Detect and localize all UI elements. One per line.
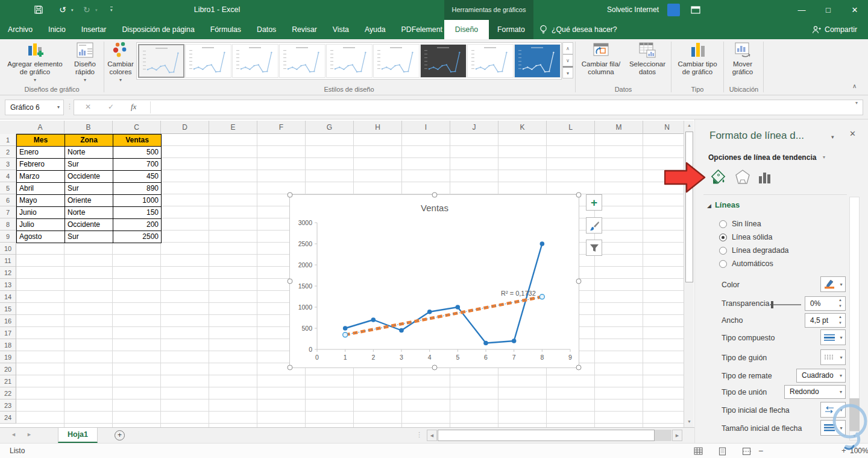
table-cell[interactable]: Julio xyxy=(16,218,65,231)
column-header-H[interactable]: H xyxy=(354,121,402,134)
chart-resize-handle[interactable] xyxy=(288,279,293,284)
row-header-5[interactable]: 5 xyxy=(0,182,16,194)
row-header-19[interactable]: 19 xyxy=(0,351,16,363)
transparency-input[interactable]: 0% ▲▼ xyxy=(805,296,846,311)
enter-icon[interactable]: ✓ xyxy=(108,103,114,111)
row-header-3[interactable]: 3 xyxy=(0,158,16,170)
line-color-button[interactable]: ▾ xyxy=(820,276,846,292)
tab-revisar[interactable]: Revisar xyxy=(284,20,325,39)
row-header-21[interactable]: 21 xyxy=(0,375,16,387)
chart-resize-handle[interactable] xyxy=(576,192,582,198)
column-header-I[interactable]: I xyxy=(402,121,450,134)
radio-gradient-line[interactable]: Línea degradada xyxy=(719,245,789,256)
chart-style-thumb-8[interactable] xyxy=(467,44,514,78)
chart-style-thumb-1[interactable] xyxy=(138,44,184,78)
row-header-8[interactable]: 8 xyxy=(0,218,16,231)
tab-formato[interactable]: Formato xyxy=(489,20,533,39)
chart-resize-handle[interactable] xyxy=(432,192,437,198)
page-layout-view-button[interactable] xyxy=(715,445,729,457)
vertical-scroll-thumb[interactable] xyxy=(685,132,693,282)
dash-type-dropdown[interactable]: ▾ xyxy=(820,349,846,365)
share-button[interactable]: Compartir xyxy=(812,20,857,39)
gallery-scroll-down[interactable]: ∨ xyxy=(562,54,573,66)
pane-close-icon[interactable]: ✕ xyxy=(849,129,856,138)
tab-ayuda[interactable]: Ayuda xyxy=(357,20,394,39)
scroll-down-icon[interactable]: ▼ xyxy=(685,417,694,427)
table-cell[interactable]: Occidente xyxy=(64,218,113,231)
row-header-10[interactable]: 10 xyxy=(0,243,16,255)
chart-style-thumb-4[interactable] xyxy=(279,44,326,78)
column-header-B[interactable]: B xyxy=(64,121,113,134)
row-header-16[interactable]: 16 xyxy=(0,315,16,327)
select-data-button[interactable]: Seleccionar datos xyxy=(626,41,669,76)
column-header-J[interactable]: J xyxy=(450,121,498,134)
row-header-9[interactable]: 9 xyxy=(0,231,16,243)
chart-resize-handle[interactable] xyxy=(288,192,293,198)
chart-style-thumb-6[interactable] xyxy=(373,44,420,78)
change-chart-type-button[interactable]: Cambiar tipo de gráfico xyxy=(673,41,722,76)
tab-pdfelement[interactable]: PDFelement xyxy=(394,20,450,39)
tab-f-rmulas[interactable]: Fórmulas xyxy=(203,20,249,39)
row-header-2[interactable]: 2 xyxy=(0,146,16,158)
chart-resize-handle[interactable] xyxy=(576,365,582,371)
effects-tab-icon[interactable] xyxy=(735,169,750,186)
undo-icon[interactable]: ↺ xyxy=(59,4,66,15)
table-cell[interactable]: Enero xyxy=(16,146,65,159)
account-name[interactable]: Solvetic Internet xyxy=(607,0,659,20)
gallery-scroll-up[interactable]: ∧ xyxy=(562,42,573,54)
sheet-tab-hoja1[interactable]: Hoja1 xyxy=(58,428,98,443)
transparency-slider-thumb[interactable] xyxy=(771,301,773,308)
row-header-14[interactable]: 14 xyxy=(0,291,16,303)
chart-style-thumb-7[interactable] xyxy=(420,44,467,78)
new-sheet-button[interactable]: + xyxy=(115,430,125,441)
table-cell[interactable]: Febrero xyxy=(16,158,65,171)
table-cell[interactable]: 890 xyxy=(113,182,162,195)
scroll-right-icon[interactable]: ▶ xyxy=(672,430,682,441)
column-header-C[interactable]: C xyxy=(113,121,161,134)
radio-automatic[interactable]: Automáticos xyxy=(719,258,773,269)
table-cell[interactable]: 700 xyxy=(113,158,162,171)
tab-diseño[interactable]: Diseño xyxy=(444,20,489,39)
spin-down-icon[interactable]: ▼ xyxy=(838,321,842,325)
name-box[interactable]: Gráfico 6 ▾ xyxy=(5,100,64,115)
row-header-17[interactable]: 17 xyxy=(0,327,16,339)
name-box-caret-icon[interactable]: ▾ xyxy=(57,100,60,115)
zoom-out-icon[interactable]: − xyxy=(758,446,763,456)
cancel-icon[interactable]: ✕ xyxy=(85,103,91,111)
column-header-A[interactable]: A xyxy=(16,121,64,134)
chart-resize-handle[interactable] xyxy=(288,365,293,371)
redo-caret-icon[interactable]: ▾ xyxy=(95,8,98,13)
radio-no-line[interactable]: Sin línea xyxy=(719,218,761,229)
minimize-button[interactable]: — xyxy=(788,0,815,20)
row-header-7[interactable]: 7 xyxy=(0,206,16,218)
table-cell[interactable]: Mayo xyxy=(16,194,65,207)
tell-me-box[interactable]: ¿Qué desea hacer? xyxy=(539,20,617,39)
table-cell[interactable]: Sur xyxy=(64,182,113,195)
save-icon[interactable] xyxy=(34,5,43,14)
table-header-cell[interactable]: Mes xyxy=(16,134,65,147)
splitter-dots-icon[interactable]: ⋮ xyxy=(416,431,423,439)
chart-resize-handle[interactable] xyxy=(432,365,437,371)
table-cell[interactable]: 450 xyxy=(113,170,162,183)
column-header-M[interactable]: M xyxy=(595,121,643,134)
table-cell[interactable]: 500 xyxy=(113,146,162,159)
chart-resize-handle[interactable] xyxy=(576,279,582,284)
row-header-15[interactable]: 15 xyxy=(0,303,16,315)
table-cell[interactable]: Norte xyxy=(64,206,113,219)
gallery-more-button[interactable]: ▾ xyxy=(562,66,573,78)
table-cell[interactable]: Oriente xyxy=(64,194,113,207)
row-header-22[interactable]: 22 xyxy=(0,387,16,399)
scroll-left-icon[interactable]: ◀ xyxy=(427,430,437,441)
row-header-6[interactable]: 6 xyxy=(0,194,16,206)
fill-line-tab-icon[interactable] xyxy=(711,169,728,187)
radio-solid-line[interactable]: Línea sólida xyxy=(719,232,772,243)
chart-object[interactable]: Ventas0500100015002000250030000123456789… xyxy=(289,194,579,368)
expand-formula-bar-icon[interactable]: ▾ xyxy=(855,100,858,106)
pane-title-caret-icon[interactable]: ▾ xyxy=(831,134,834,140)
horizontal-scrollbar[interactable]: ◀ ▶ xyxy=(427,430,684,441)
row-header-20[interactable]: 20 xyxy=(0,363,16,375)
sheet-nav-right-icon[interactable]: ► xyxy=(27,431,32,437)
scroll-up-icon[interactable]: ▲ xyxy=(685,121,694,130)
join-type-combo[interactable]: Redondo ▾ xyxy=(784,385,846,399)
table-header-cell[interactable]: Zona xyxy=(64,134,113,147)
